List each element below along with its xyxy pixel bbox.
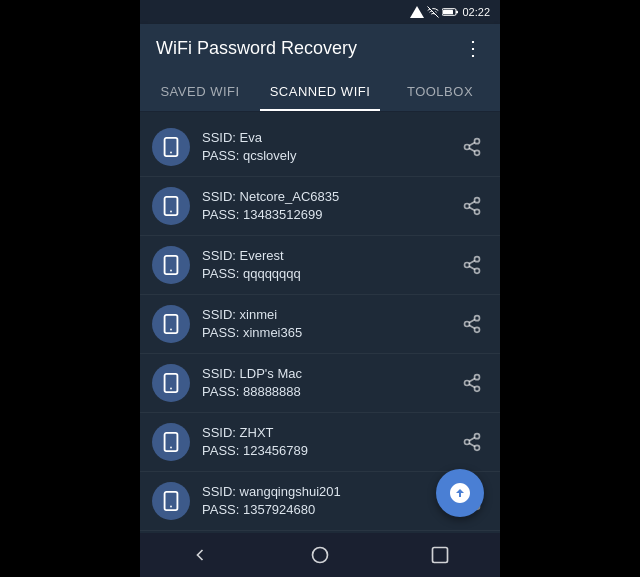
wifi-pass-3: PASS: xinmei365 (202, 324, 456, 342)
svg-point-15 (475, 209, 480, 214)
svg-point-29 (475, 327, 480, 332)
wifi-info-5: SSID: ZHXT PASS: 123456789 (202, 424, 456, 460)
svg-rect-3 (456, 11, 458, 14)
home-icon (310, 545, 330, 565)
wifi-ssid-2: SSID: Everest (202, 247, 456, 265)
svg-line-10 (469, 142, 475, 145)
share-button-4[interactable] (456, 367, 488, 399)
recents-icon (430, 545, 450, 565)
share-button-5[interactable] (456, 426, 488, 458)
tab-scanned-wifi[interactable]: Scanned WiFi (260, 72, 380, 111)
wifi-ssid-3: SSID: xinmei (202, 306, 456, 324)
wifi-ssid-4: SSID: LDP's Mac (202, 365, 456, 383)
wifi-device-icon-1 (152, 187, 190, 225)
tab-saved-wifi[interactable]: Saved WiFi (140, 72, 260, 111)
back-button[interactable] (166, 537, 234, 573)
wifi-pass-2: PASS: qqqqqqqq (202, 265, 456, 283)
phone-icon (160, 431, 182, 453)
svg-line-23 (469, 266, 475, 269)
svg-rect-4 (165, 138, 178, 156)
wifi-pass-4: PASS: 88888888 (202, 383, 456, 401)
svg-point-35 (465, 381, 470, 386)
wifi-pass-5: PASS: 123456789 (202, 442, 456, 460)
wifi-pass-1: PASS: 13483512699 (202, 206, 456, 224)
svg-line-31 (469, 319, 475, 322)
upload-icon (448, 481, 472, 505)
nav-bar (140, 533, 500, 577)
phone-icon (160, 490, 182, 512)
wifi-device-icon-5 (152, 423, 190, 461)
share-button-2[interactable] (456, 249, 488, 281)
status-icons (410, 6, 458, 18)
svg-point-60 (313, 548, 328, 563)
wifi-status-icon (427, 6, 439, 18)
svg-line-45 (469, 437, 475, 440)
svg-rect-61 (433, 548, 448, 563)
fab-upload-button[interactable] (436, 469, 484, 517)
wifi-device-icon-6 (152, 482, 190, 520)
phone-icon (160, 372, 182, 394)
wifi-ssid-5: SSID: ZHXT (202, 424, 456, 442)
svg-point-22 (475, 268, 480, 273)
tab-toolbox[interactable]: ToolBox (380, 72, 500, 111)
back-icon (190, 545, 210, 565)
wifi-device-icon-0 (152, 128, 190, 166)
svg-line-37 (469, 384, 475, 387)
svg-line-17 (469, 201, 475, 204)
list-item: SSID: ZHXT PASS: 123456789 (140, 413, 500, 472)
wifi-info-1: SSID: Netcore_AC6835 PASS: 13483512699 (202, 188, 456, 224)
share-icon (462, 137, 482, 157)
wifi-ssid-6: SSID: wangqingshui201 (202, 483, 456, 501)
svg-line-30 (469, 325, 475, 328)
phone-icon (160, 254, 182, 276)
svg-marker-0 (410, 6, 424, 18)
svg-point-8 (475, 150, 480, 155)
phone-icon (160, 136, 182, 158)
wifi-list: SSID: Eva PASS: qcslovely SSID: Netcore_… (140, 112, 500, 533)
share-icon (462, 196, 482, 216)
svg-point-36 (475, 386, 480, 391)
share-icon (462, 373, 482, 393)
svg-line-16 (469, 207, 475, 210)
share-button-0[interactable] (456, 131, 488, 163)
signal-icon (410, 6, 424, 18)
list-item: SSID: Netcore_AC6835 PASS: 13483512699 (140, 177, 500, 236)
wifi-pass-6: PASS: 1357924680 (202, 501, 456, 519)
svg-point-28 (465, 322, 470, 327)
menu-button[interactable]: ⋮ (463, 36, 484, 60)
wifi-device-icon-2 (152, 246, 190, 284)
recents-button[interactable] (406, 537, 474, 573)
list-item: SSID: xinmei PASS: xinmei365 (140, 295, 500, 354)
phone-container: 02:22 WiFi Password Recovery ⋮ Saved WiF… (140, 0, 500, 577)
wifi-pass-0: PASS: qcslovely (202, 147, 456, 165)
home-button[interactable] (286, 537, 354, 573)
wifi-info-0: SSID: Eva PASS: qcslovely (202, 129, 456, 165)
share-button-3[interactable] (456, 308, 488, 340)
wifi-ssid-1: SSID: Netcore_AC6835 (202, 188, 456, 206)
phone-icon (160, 195, 182, 217)
list-item: SSID: Everest PASS: qqqqqqqq (140, 236, 500, 295)
app-title: WiFi Password Recovery (156, 38, 357, 59)
wifi-ssid-0: SSID: Eva (202, 129, 456, 147)
svg-rect-2 (443, 10, 453, 15)
battery-icon (442, 6, 458, 18)
svg-point-27 (475, 316, 480, 321)
app-header: WiFi Password Recovery ⋮ (140, 24, 500, 72)
svg-point-7 (465, 145, 470, 150)
svg-rect-11 (165, 197, 178, 215)
share-icon (462, 255, 482, 275)
svg-point-43 (475, 445, 480, 450)
status-bar: 02:22 (140, 0, 500, 24)
svg-line-24 (469, 260, 475, 263)
share-icon (462, 314, 482, 334)
svg-point-21 (465, 263, 470, 268)
svg-point-41 (475, 434, 480, 439)
svg-point-6 (475, 139, 480, 144)
tab-bar: Saved WiFi Scanned WiFi ToolBox (140, 72, 500, 112)
share-button-1[interactable] (456, 190, 488, 222)
wifi-device-icon-3 (152, 305, 190, 343)
wifi-info-2: SSID: Everest PASS: qqqqqqqq (202, 247, 456, 283)
svg-line-38 (469, 378, 475, 381)
wifi-info-3: SSID: xinmei PASS: xinmei365 (202, 306, 456, 342)
svg-line-44 (469, 443, 475, 446)
